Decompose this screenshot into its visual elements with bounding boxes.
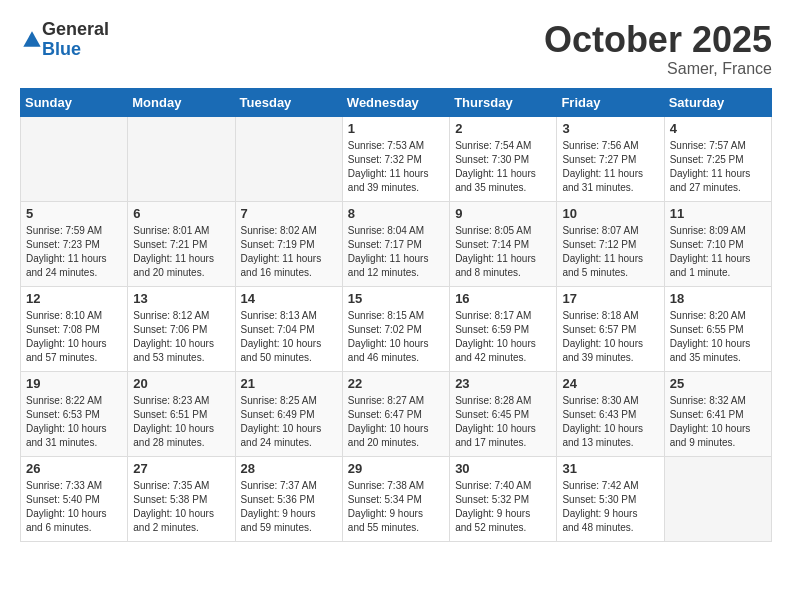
day-info: Sunrise: 7:54 AM Sunset: 7:30 PM Dayligh… [455,139,551,195]
day-number: 3 [562,121,658,136]
calendar-cell: 11Sunrise: 8:09 AM Sunset: 7:10 PM Dayli… [664,201,771,286]
day-info: Sunrise: 8:23 AM Sunset: 6:51 PM Dayligh… [133,394,229,450]
calendar-cell: 25Sunrise: 8:32 AM Sunset: 6:41 PM Dayli… [664,371,771,456]
calendar-cell [21,116,128,201]
calendar-cell: 19Sunrise: 8:22 AM Sunset: 6:53 PM Dayli… [21,371,128,456]
calendar-cell: 21Sunrise: 8:25 AM Sunset: 6:49 PM Dayli… [235,371,342,456]
weekday-header-row: SundayMondayTuesdayWednesdayThursdayFrid… [21,88,772,116]
logo-blue: Blue [42,40,109,60]
calendar-cell: 17Sunrise: 8:18 AM Sunset: 6:57 PM Dayli… [557,286,664,371]
day-number: 30 [455,461,551,476]
day-number: 24 [562,376,658,391]
day-info: Sunrise: 8:04 AM Sunset: 7:17 PM Dayligh… [348,224,444,280]
weekday-header-wednesday: Wednesday [342,88,449,116]
day-number: 7 [241,206,337,221]
day-info: Sunrise: 8:07 AM Sunset: 7:12 PM Dayligh… [562,224,658,280]
logo-text: General Blue [42,20,109,60]
weekday-header-tuesday: Tuesday [235,88,342,116]
day-info: Sunrise: 7:33 AM Sunset: 5:40 PM Dayligh… [26,479,122,535]
weekday-header-thursday: Thursday [450,88,557,116]
day-number: 10 [562,206,658,221]
day-number: 26 [26,461,122,476]
calendar-cell: 30Sunrise: 7:40 AM Sunset: 5:32 PM Dayli… [450,456,557,541]
day-number: 15 [348,291,444,306]
day-number: 11 [670,206,766,221]
logo-icon [22,30,42,50]
day-info: Sunrise: 7:38 AM Sunset: 5:34 PM Dayligh… [348,479,444,535]
calendar-cell: 18Sunrise: 8:20 AM Sunset: 6:55 PM Dayli… [664,286,771,371]
day-info: Sunrise: 8:32 AM Sunset: 6:41 PM Dayligh… [670,394,766,450]
day-info: Sunrise: 7:42 AM Sunset: 5:30 PM Dayligh… [562,479,658,535]
calendar-table: SundayMondayTuesdayWednesdayThursdayFrid… [20,88,772,542]
day-info: Sunrise: 8:01 AM Sunset: 7:21 PM Dayligh… [133,224,229,280]
calendar-cell: 28Sunrise: 7:37 AM Sunset: 5:36 PM Dayli… [235,456,342,541]
calendar-cell: 12Sunrise: 8:10 AM Sunset: 7:08 PM Dayli… [21,286,128,371]
day-info: Sunrise: 8:15 AM Sunset: 7:02 PM Dayligh… [348,309,444,365]
day-number: 31 [562,461,658,476]
week-row-3: 12Sunrise: 8:10 AM Sunset: 7:08 PM Dayli… [21,286,772,371]
day-number: 16 [455,291,551,306]
day-number: 14 [241,291,337,306]
day-number: 13 [133,291,229,306]
week-row-4: 19Sunrise: 8:22 AM Sunset: 6:53 PM Dayli… [21,371,772,456]
day-info: Sunrise: 8:18 AM Sunset: 6:57 PM Dayligh… [562,309,658,365]
calendar-cell: 15Sunrise: 8:15 AM Sunset: 7:02 PM Dayli… [342,286,449,371]
logo-general: General [42,20,109,40]
calendar-cell: 14Sunrise: 8:13 AM Sunset: 7:04 PM Dayli… [235,286,342,371]
calendar-cell: 22Sunrise: 8:27 AM Sunset: 6:47 PM Dayli… [342,371,449,456]
day-info: Sunrise: 8:17 AM Sunset: 6:59 PM Dayligh… [455,309,551,365]
day-number: 27 [133,461,229,476]
day-number: 4 [670,121,766,136]
day-info: Sunrise: 8:12 AM Sunset: 7:06 PM Dayligh… [133,309,229,365]
calendar-cell: 3Sunrise: 7:56 AM Sunset: 7:27 PM Daylig… [557,116,664,201]
day-number: 12 [26,291,122,306]
calendar-cell: 23Sunrise: 8:28 AM Sunset: 6:45 PM Dayli… [450,371,557,456]
day-info: Sunrise: 8:20 AM Sunset: 6:55 PM Dayligh… [670,309,766,365]
calendar-cell: 20Sunrise: 8:23 AM Sunset: 6:51 PM Dayli… [128,371,235,456]
day-info: Sunrise: 7:37 AM Sunset: 5:36 PM Dayligh… [241,479,337,535]
calendar-cell: 16Sunrise: 8:17 AM Sunset: 6:59 PM Dayli… [450,286,557,371]
day-info: Sunrise: 7:56 AM Sunset: 7:27 PM Dayligh… [562,139,658,195]
weekday-header-friday: Friday [557,88,664,116]
weekday-header-saturday: Saturday [664,88,771,116]
title-block: October 2025 Samer, France [544,20,772,78]
day-info: Sunrise: 8:28 AM Sunset: 6:45 PM Dayligh… [455,394,551,450]
day-info: Sunrise: 8:02 AM Sunset: 7:19 PM Dayligh… [241,224,337,280]
calendar-cell: 10Sunrise: 8:07 AM Sunset: 7:12 PM Dayli… [557,201,664,286]
day-number: 23 [455,376,551,391]
weekday-header-sunday: Sunday [21,88,128,116]
calendar-cell: 27Sunrise: 7:35 AM Sunset: 5:38 PM Dayli… [128,456,235,541]
calendar-cell: 9Sunrise: 8:05 AM Sunset: 7:14 PM Daylig… [450,201,557,286]
day-number: 8 [348,206,444,221]
day-info: Sunrise: 8:10 AM Sunset: 7:08 PM Dayligh… [26,309,122,365]
calendar-cell: 6Sunrise: 8:01 AM Sunset: 7:21 PM Daylig… [128,201,235,286]
page-header: General Blue October 2025 Samer, France [20,20,772,78]
calendar-cell: 5Sunrise: 7:59 AM Sunset: 7:23 PM Daylig… [21,201,128,286]
day-info: Sunrise: 7:53 AM Sunset: 7:32 PM Dayligh… [348,139,444,195]
day-number: 6 [133,206,229,221]
day-number: 5 [26,206,122,221]
svg-marker-0 [23,31,40,46]
location: Samer, France [544,60,772,78]
day-number: 28 [241,461,337,476]
day-number: 18 [670,291,766,306]
calendar-cell [128,116,235,201]
calendar-cell: 7Sunrise: 8:02 AM Sunset: 7:19 PM Daylig… [235,201,342,286]
calendar-cell: 13Sunrise: 8:12 AM Sunset: 7:06 PM Dayli… [128,286,235,371]
day-number: 9 [455,206,551,221]
day-info: Sunrise: 8:25 AM Sunset: 6:49 PM Dayligh… [241,394,337,450]
day-info: Sunrise: 7:35 AM Sunset: 5:38 PM Dayligh… [133,479,229,535]
calendar-cell: 31Sunrise: 7:42 AM Sunset: 5:30 PM Dayli… [557,456,664,541]
calendar-cell: 29Sunrise: 7:38 AM Sunset: 5:34 PM Dayli… [342,456,449,541]
week-row-5: 26Sunrise: 7:33 AM Sunset: 5:40 PM Dayli… [21,456,772,541]
calendar-cell: 2Sunrise: 7:54 AM Sunset: 7:30 PM Daylig… [450,116,557,201]
day-info: Sunrise: 8:09 AM Sunset: 7:10 PM Dayligh… [670,224,766,280]
day-info: Sunrise: 7:59 AM Sunset: 7:23 PM Dayligh… [26,224,122,280]
weekday-header-monday: Monday [128,88,235,116]
day-number: 29 [348,461,444,476]
calendar-cell: 4Sunrise: 7:57 AM Sunset: 7:25 PM Daylig… [664,116,771,201]
day-info: Sunrise: 8:27 AM Sunset: 6:47 PM Dayligh… [348,394,444,450]
calendar-cell: 1Sunrise: 7:53 AM Sunset: 7:32 PM Daylig… [342,116,449,201]
calendar-cell [235,116,342,201]
week-row-1: 1Sunrise: 7:53 AM Sunset: 7:32 PM Daylig… [21,116,772,201]
